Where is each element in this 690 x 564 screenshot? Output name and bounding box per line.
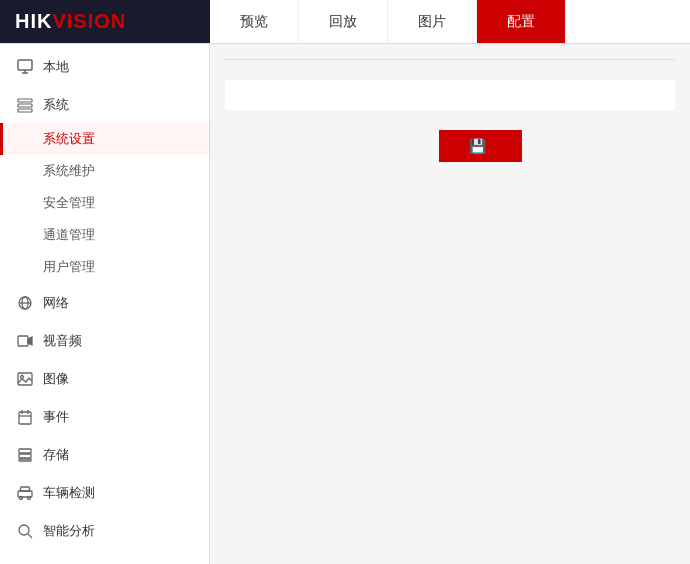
sidebar-group-本地: 本地 [0, 49, 209, 85]
logo-text: HIKVISION [15, 10, 126, 33]
sidebar-child-用户管理[interactable]: 用户管理 [0, 251, 209, 283]
monitor-icon [15, 57, 35, 77]
sidebar-group-label: 事件 [43, 408, 69, 426]
sidebar-group-存储: 存储 [0, 437, 209, 473]
sidebar-child-安全管理[interactable]: 安全管理 [0, 187, 209, 219]
nav-item-配置[interactable]: 配置 [477, 0, 566, 43]
sidebar-group-视音频: 视音频 [0, 323, 209, 359]
sidebar-group-label: 车辆检测 [43, 484, 95, 502]
sidebar-group-图像: 图像 [0, 361, 209, 397]
sidebar-group-label: 本地 [43, 58, 69, 76]
svg-rect-3 [18, 99, 32, 102]
svg-point-22 [20, 497, 23, 500]
svg-rect-17 [19, 449, 31, 453]
system-icon [15, 95, 35, 115]
sidebar-group-title-网络[interactable]: 网络 [0, 285, 209, 321]
event-icon [15, 407, 35, 427]
sidebar-group-title-图像[interactable]: 图像 [0, 361, 209, 397]
svg-line-25 [28, 534, 32, 538]
sidebar-group-智能分析: 智能分析 [0, 513, 209, 549]
network-icon [15, 293, 35, 313]
svg-rect-9 [18, 336, 28, 346]
sidebar-group-系统: 系统系统设置系统维护安全管理通道管理用户管理 [0, 87, 209, 283]
svg-point-12 [21, 376, 24, 379]
sidebar: 本地系统系统设置系统维护安全管理通道管理用户管理网络视音频图像事件存储车辆检测智… [0, 44, 210, 564]
svg-rect-18 [19, 454, 31, 458]
svg-marker-10 [28, 337, 32, 345]
sidebar-group-label: 视音频 [43, 332, 82, 350]
sidebar-group-title-事件[interactable]: 事件 [0, 399, 209, 435]
analytics-icon [15, 521, 35, 541]
nav-bar: 预览回放图片配置 [210, 0, 690, 43]
video-icon [15, 331, 35, 351]
svg-rect-4 [18, 104, 32, 107]
svg-marker-21 [20, 487, 30, 491]
sidebar-group-网络: 网络 [0, 285, 209, 321]
sidebar-group-title-本地[interactable]: 本地 [0, 49, 209, 85]
sidebar-group-label: 智能分析 [43, 522, 95, 540]
svg-rect-13 [19, 412, 31, 424]
form-area [225, 80, 675, 110]
sidebar-group-label: 系统 [43, 96, 69, 114]
nav-item-图片[interactable]: 图片 [388, 0, 477, 43]
svg-rect-5 [18, 109, 32, 112]
sidebar-child-系统设置[interactable]: 系统设置 [0, 123, 209, 155]
sidebar-group-title-智能分析[interactable]: 智能分析 [0, 513, 209, 549]
content-area: 💾 [210, 44, 690, 564]
save-button[interactable]: 💾 [439, 130, 522, 162]
sidebar-child-系统维护[interactable]: 系统维护 [0, 155, 209, 187]
storage-icon [15, 445, 35, 465]
sidebar-group-title-视音频[interactable]: 视音频 [0, 323, 209, 359]
car-icon [15, 483, 35, 503]
sidebar-children-系统: 系统设置系统维护安全管理通道管理用户管理 [0, 123, 209, 283]
nav-item-回放[interactable]: 回放 [299, 0, 388, 43]
sidebar-group-label: 存储 [43, 446, 69, 464]
sidebar-child-通道管理[interactable]: 通道管理 [0, 219, 209, 251]
image-icon [15, 369, 35, 389]
save-icon: 💾 [469, 138, 486, 154]
sidebar-group-事件: 事件 [0, 399, 209, 435]
sidebar-group-title-车辆检测[interactable]: 车辆检测 [0, 475, 209, 511]
sidebar-group-label: 图像 [43, 370, 69, 388]
sidebar-group-label: 网络 [43, 294, 69, 312]
sidebar-group-车辆检测: 车辆检测 [0, 475, 209, 511]
tab-bar [225, 59, 675, 60]
svg-point-24 [19, 525, 29, 535]
sidebar-group-title-系统[interactable]: 系统 [0, 87, 209, 123]
svg-point-23 [28, 497, 31, 500]
logo: HIKVISION [0, 0, 210, 43]
svg-rect-0 [18, 60, 32, 70]
sidebar-group-title-存储[interactable]: 存储 [0, 437, 209, 473]
nav-item-预览[interactable]: 预览 [210, 0, 299, 43]
svg-rect-19 [19, 459, 31, 461]
